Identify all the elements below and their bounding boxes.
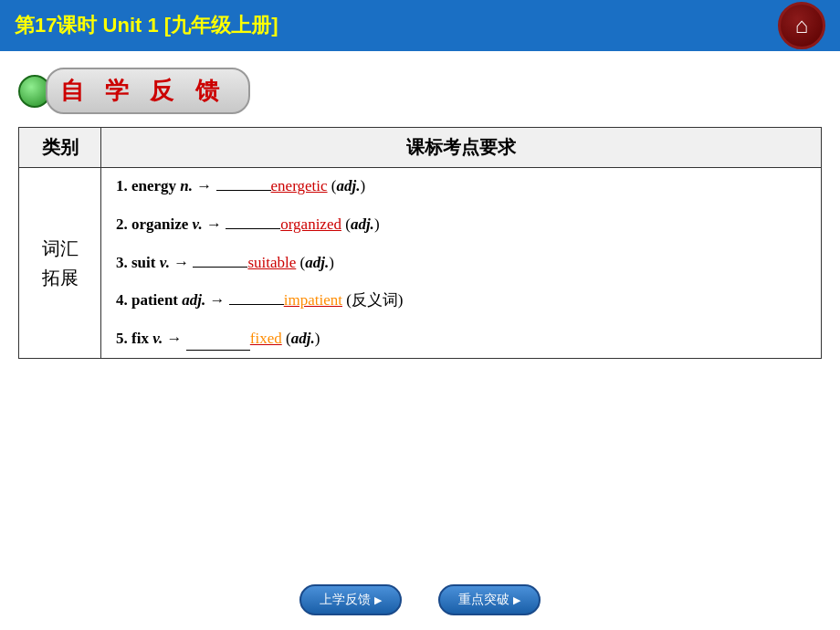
section-title-box: 自 学 反 馈 <box>46 68 250 114</box>
header-title: 第17课时 Unit 1 [九年级上册] <box>15 12 278 39</box>
section-title-text: 自 学 反 馈 <box>60 75 226 107</box>
list-item: 1. energy n. → energetic (adj.) <box>116 175 806 197</box>
prev-button[interactable]: 上学反馈 <box>299 584 402 615</box>
bottom-bar: 上学反馈 重点突破 <box>0 584 840 615</box>
header: 第17课时 Unit 1 [九年级上册] <box>0 0 840 51</box>
main-table: 类别 课标考点要求 词汇拓展 1. energy n. → energetic … <box>18 127 822 359</box>
vocab-content: 1. energy n. → energetic (adj.) 2. organ… <box>101 168 822 359</box>
home-button[interactable] <box>778 2 825 49</box>
list-item: 2. organize v. → organized (adj.) <box>116 214 806 236</box>
next-button[interactable]: 重点突破 <box>438 584 541 615</box>
section-title-area: 自 学 反 馈 <box>18 68 822 114</box>
list-item: 4. patient adj. → impatient (反义词) <box>116 289 806 311</box>
list-item: 5. fix v. → fixed (adj.) <box>116 328 806 351</box>
col1-header: 类别 <box>19 128 101 168</box>
list-item: 3. suit v. → suitable (adj.) <box>116 252 806 274</box>
row-label: 词汇拓展 <box>19 168 101 359</box>
col2-header: 课标考点要求 <box>101 128 822 168</box>
